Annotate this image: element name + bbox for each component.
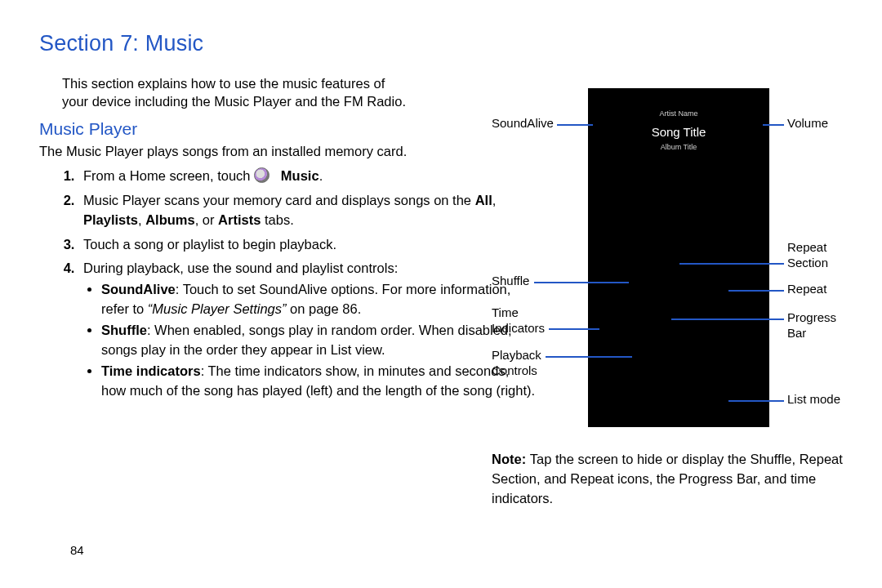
leader-line	[728, 290, 784, 292]
page-number: 84	[70, 543, 84, 557]
leader-line	[728, 400, 784, 402]
leader-line	[549, 328, 599, 330]
section-intro: This section explains how to use the mus…	[62, 74, 413, 111]
leader-line	[763, 124, 784, 126]
bullet-soundalive: SoundAlive: Touch to set SoundAlive opti…	[101, 280, 536, 319]
callout-soundalive: SoundAlive	[492, 116, 554, 131]
step-2: Music Player scans your memory card and …	[78, 191, 536, 230]
callout-playback-controls: Playback Controls	[492, 348, 541, 379]
callout-time-indicators: Time Indicators	[492, 305, 545, 336]
steps-list: From a Home screen, touch Music. Music P…	[39, 167, 536, 401]
leader-line	[546, 356, 632, 358]
step-4: During playback, use the sound and playl…	[78, 259, 536, 400]
controls-bullets: SoundAlive: Touch to set SoundAlive opti…	[83, 280, 536, 401]
callout-repeat: Repeat	[787, 282, 826, 297]
phone-screen: Artist Name Song Title Album Title	[588, 88, 769, 427]
leader-line	[557, 124, 593, 126]
leader-line	[679, 263, 784, 265]
callout-volume: Volume	[787, 116, 828, 131]
leader-line	[671, 318, 784, 320]
artist-label: Artist Name	[588, 109, 769, 118]
callout-shuffle: Shuffle	[492, 274, 529, 289]
album-label: Album Title	[588, 143, 769, 151]
music-player-desc: The Music Player plays songs from an ins…	[39, 142, 415, 160]
leader-line	[534, 282, 629, 283]
step-1: From a Home screen, touch Music.	[78, 167, 536, 186]
manual-page: Section 7: Music This section explains h…	[0, 0, 882, 588]
section-title: Section 7: Music	[39, 31, 837, 56]
music-icon	[254, 167, 270, 183]
step-3: Touch a song or playlist to begin playba…	[78, 235, 536, 255]
screen-note: Note: Tap the screen to hide or display …	[492, 450, 859, 509]
song-title-label: Song Title	[588, 125, 769, 139]
callout-repeat-section: Repeat Section	[787, 240, 828, 271]
player-figure: Artist Name Song Title Album Title Sound…	[492, 78, 851, 454]
bullet-shuffle: Shuffle: When enabled, songs play in ran…	[101, 321, 536, 360]
bullet-time-indicators: Time indicators: The time indicators sho…	[101, 362, 536, 401]
callout-progress-bar: Progress Bar	[787, 310, 836, 341]
callout-list-mode: List mode	[787, 392, 840, 408]
